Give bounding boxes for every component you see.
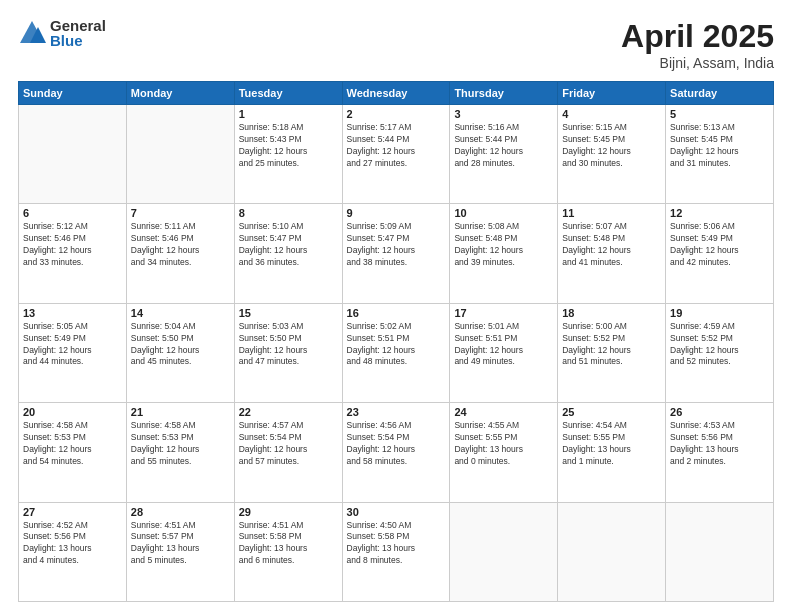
calendar-cell: 14Sunrise: 5:04 AM Sunset: 5:50 PM Dayli… (126, 303, 234, 402)
day-number: 21 (131, 406, 230, 418)
calendar-header-thursday: Thursday (450, 82, 558, 105)
calendar-cell: 23Sunrise: 4:56 AM Sunset: 5:54 PM Dayli… (342, 403, 450, 502)
calendar-cell: 30Sunrise: 4:50 AM Sunset: 5:58 PM Dayli… (342, 502, 450, 601)
calendar-week-row: 1Sunrise: 5:18 AM Sunset: 5:43 PM Daylig… (19, 105, 774, 204)
day-number: 28 (131, 506, 230, 518)
day-info: Sunrise: 5:13 AM Sunset: 5:45 PM Dayligh… (670, 122, 769, 170)
day-info: Sunrise: 4:54 AM Sunset: 5:55 PM Dayligh… (562, 420, 661, 468)
day-info: Sunrise: 5:12 AM Sunset: 5:46 PM Dayligh… (23, 221, 122, 269)
calendar-cell (19, 105, 127, 204)
calendar-cell: 26Sunrise: 4:53 AM Sunset: 5:56 PM Dayli… (666, 403, 774, 502)
day-info: Sunrise: 5:00 AM Sunset: 5:52 PM Dayligh… (562, 321, 661, 369)
day-info: Sunrise: 5:16 AM Sunset: 5:44 PM Dayligh… (454, 122, 553, 170)
day-number: 13 (23, 307, 122, 319)
calendar-header-sunday: Sunday (19, 82, 127, 105)
day-number: 1 (239, 108, 338, 120)
day-number: 16 (347, 307, 446, 319)
day-number: 7 (131, 207, 230, 219)
calendar-cell: 7Sunrise: 5:11 AM Sunset: 5:46 PM Daylig… (126, 204, 234, 303)
day-number: 8 (239, 207, 338, 219)
calendar-cell: 10Sunrise: 5:08 AM Sunset: 5:48 PM Dayli… (450, 204, 558, 303)
calendar-cell: 25Sunrise: 4:54 AM Sunset: 5:55 PM Dayli… (558, 403, 666, 502)
day-number: 12 (670, 207, 769, 219)
day-info: Sunrise: 5:17 AM Sunset: 5:44 PM Dayligh… (347, 122, 446, 170)
calendar-header-monday: Monday (126, 82, 234, 105)
day-number: 30 (347, 506, 446, 518)
calendar-cell: 5Sunrise: 5:13 AM Sunset: 5:45 PM Daylig… (666, 105, 774, 204)
calendar-cell: 8Sunrise: 5:10 AM Sunset: 5:47 PM Daylig… (234, 204, 342, 303)
day-info: Sunrise: 5:05 AM Sunset: 5:49 PM Dayligh… (23, 321, 122, 369)
calendar-cell: 13Sunrise: 5:05 AM Sunset: 5:49 PM Dayli… (19, 303, 127, 402)
logo-general: General (50, 18, 106, 33)
day-number: 23 (347, 406, 446, 418)
calendar-cell: 18Sunrise: 5:00 AM Sunset: 5:52 PM Dayli… (558, 303, 666, 402)
calendar-cell: 19Sunrise: 4:59 AM Sunset: 5:52 PM Dayli… (666, 303, 774, 402)
calendar-cell: 17Sunrise: 5:01 AM Sunset: 5:51 PM Dayli… (450, 303, 558, 402)
logo: General Blue (18, 18, 106, 48)
day-info: Sunrise: 4:59 AM Sunset: 5:52 PM Dayligh… (670, 321, 769, 369)
day-number: 25 (562, 406, 661, 418)
calendar-cell: 29Sunrise: 4:51 AM Sunset: 5:58 PM Dayli… (234, 502, 342, 601)
calendar-cell: 1Sunrise: 5:18 AM Sunset: 5:43 PM Daylig… (234, 105, 342, 204)
title-block: April 2025 Bijni, Assam, India (621, 18, 774, 71)
day-info: Sunrise: 4:52 AM Sunset: 5:56 PM Dayligh… (23, 520, 122, 568)
calendar-week-row: 6Sunrise: 5:12 AM Sunset: 5:46 PM Daylig… (19, 204, 774, 303)
calendar-cell: 21Sunrise: 4:58 AM Sunset: 5:53 PM Dayli… (126, 403, 234, 502)
day-info: Sunrise: 5:09 AM Sunset: 5:47 PM Dayligh… (347, 221, 446, 269)
day-number: 14 (131, 307, 230, 319)
logo-blue: Blue (50, 33, 106, 48)
calendar-week-row: 27Sunrise: 4:52 AM Sunset: 5:56 PM Dayli… (19, 502, 774, 601)
calendar-cell: 24Sunrise: 4:55 AM Sunset: 5:55 PM Dayli… (450, 403, 558, 502)
day-info: Sunrise: 5:15 AM Sunset: 5:45 PM Dayligh… (562, 122, 661, 170)
day-info: Sunrise: 4:58 AM Sunset: 5:53 PM Dayligh… (23, 420, 122, 468)
day-number: 11 (562, 207, 661, 219)
calendar-cell: 9Sunrise: 5:09 AM Sunset: 5:47 PM Daylig… (342, 204, 450, 303)
calendar-header-saturday: Saturday (666, 82, 774, 105)
calendar-cell: 3Sunrise: 5:16 AM Sunset: 5:44 PM Daylig… (450, 105, 558, 204)
day-info: Sunrise: 5:11 AM Sunset: 5:46 PM Dayligh… (131, 221, 230, 269)
day-number: 20 (23, 406, 122, 418)
day-info: Sunrise: 5:08 AM Sunset: 5:48 PM Dayligh… (454, 221, 553, 269)
day-info: Sunrise: 5:04 AM Sunset: 5:50 PM Dayligh… (131, 321, 230, 369)
title-month: April 2025 (621, 18, 774, 55)
calendar-cell (450, 502, 558, 601)
day-info: Sunrise: 4:51 AM Sunset: 5:57 PM Dayligh… (131, 520, 230, 568)
calendar-cell: 27Sunrise: 4:52 AM Sunset: 5:56 PM Dayli… (19, 502, 127, 601)
calendar-cell: 16Sunrise: 5:02 AM Sunset: 5:51 PM Dayli… (342, 303, 450, 402)
calendar-header-friday: Friday (558, 82, 666, 105)
day-info: Sunrise: 4:55 AM Sunset: 5:55 PM Dayligh… (454, 420, 553, 468)
day-info: Sunrise: 5:03 AM Sunset: 5:50 PM Dayligh… (239, 321, 338, 369)
day-number: 3 (454, 108, 553, 120)
day-number: 10 (454, 207, 553, 219)
calendar-header-tuesday: Tuesday (234, 82, 342, 105)
logo-text: General Blue (50, 18, 106, 48)
day-info: Sunrise: 4:57 AM Sunset: 5:54 PM Dayligh… (239, 420, 338, 468)
day-number: 9 (347, 207, 446, 219)
day-info: Sunrise: 4:56 AM Sunset: 5:54 PM Dayligh… (347, 420, 446, 468)
page: General Blue April 2025 Bijni, Assam, In… (0, 0, 792, 612)
day-info: Sunrise: 5:01 AM Sunset: 5:51 PM Dayligh… (454, 321, 553, 369)
calendar-cell: 12Sunrise: 5:06 AM Sunset: 5:49 PM Dayli… (666, 204, 774, 303)
calendar-cell: 2Sunrise: 5:17 AM Sunset: 5:44 PM Daylig… (342, 105, 450, 204)
calendar-cell: 22Sunrise: 4:57 AM Sunset: 5:54 PM Dayli… (234, 403, 342, 502)
calendar-week-row: 13Sunrise: 5:05 AM Sunset: 5:49 PM Dayli… (19, 303, 774, 402)
day-info: Sunrise: 5:02 AM Sunset: 5:51 PM Dayligh… (347, 321, 446, 369)
day-info: Sunrise: 5:18 AM Sunset: 5:43 PM Dayligh… (239, 122, 338, 170)
calendar-cell (558, 502, 666, 601)
header: General Blue April 2025 Bijni, Assam, In… (18, 18, 774, 71)
day-number: 6 (23, 207, 122, 219)
day-info: Sunrise: 4:51 AM Sunset: 5:58 PM Dayligh… (239, 520, 338, 568)
calendar-header-wednesday: Wednesday (342, 82, 450, 105)
calendar-cell: 28Sunrise: 4:51 AM Sunset: 5:57 PM Dayli… (126, 502, 234, 601)
day-number: 15 (239, 307, 338, 319)
day-number: 5 (670, 108, 769, 120)
day-info: Sunrise: 4:53 AM Sunset: 5:56 PM Dayligh… (670, 420, 769, 468)
calendar-header-row: SundayMondayTuesdayWednesdayThursdayFrid… (19, 82, 774, 105)
title-location: Bijni, Assam, India (621, 55, 774, 71)
calendar-cell: 11Sunrise: 5:07 AM Sunset: 5:48 PM Dayli… (558, 204, 666, 303)
day-number: 24 (454, 406, 553, 418)
day-info: Sunrise: 5:06 AM Sunset: 5:49 PM Dayligh… (670, 221, 769, 269)
calendar-cell (126, 105, 234, 204)
day-number: 27 (23, 506, 122, 518)
day-number: 26 (670, 406, 769, 418)
